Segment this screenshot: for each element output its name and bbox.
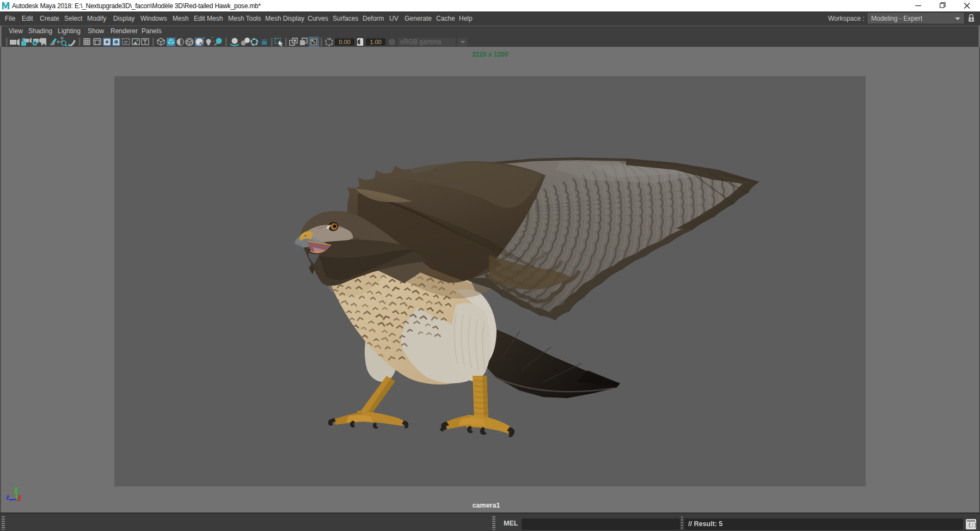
svg-text:sRGB gamma: sRGB gamma: [400, 38, 442, 46]
svg-text:0.00: 0.00: [339, 39, 350, 45]
svg-text:z: z: [6, 493, 9, 501]
svg-text:1.00: 1.00: [370, 39, 381, 45]
svg-text:y: y: [14, 485, 18, 493]
svg-text:{;}: {;}: [968, 523, 976, 528]
svg-text:x: x: [18, 493, 22, 501]
